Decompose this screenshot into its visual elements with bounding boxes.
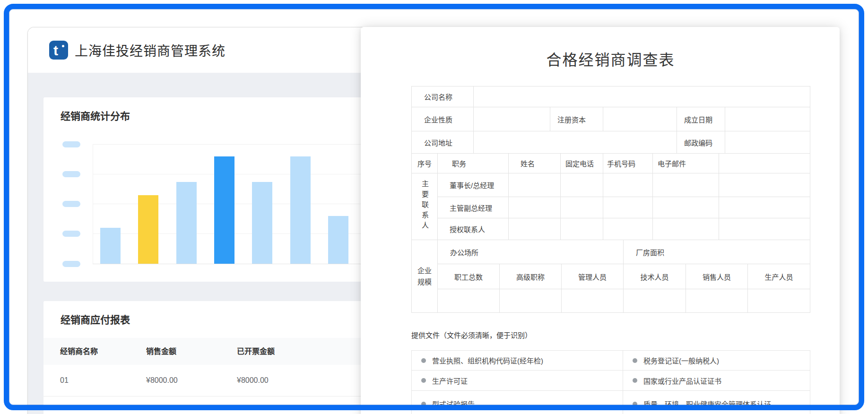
- company-info-table: 公司名称 企业性质 注册资本 成立日期 公司地址 邮政编码: [411, 86, 810, 154]
- field-staff-count: [500, 289, 562, 313]
- bar-category-6: [290, 156, 311, 264]
- bullet-icon: [421, 402, 426, 406]
- payables-title: 经销商应付报表: [61, 312, 130, 326]
- bullet-icon: [633, 402, 637, 406]
- header-landline: 固定电话: [561, 154, 603, 173]
- label-postcode: 邮政编码: [677, 131, 725, 154]
- document-item: 生产许可证: [412, 371, 623, 391]
- bar-category-1: [100, 228, 121, 264]
- field-staff-count: [438, 289, 500, 313]
- contacts-table: 序号 职务 姓名 固定电话 手机号码 电子邮件 主要联系人 董事长/总经理 主管…: [411, 153, 810, 240]
- axis-tick-pill: [62, 231, 80, 237]
- app-logo-icon: t: [49, 41, 68, 60]
- header-technical: 技术人员: [624, 264, 686, 289]
- label-company-address: 公司地址: [412, 131, 474, 154]
- field-company-address: [474, 131, 677, 154]
- field-contact-email: [653, 173, 719, 197]
- field-contact-name: [509, 173, 561, 197]
- label-plant-area: 厂房面积: [624, 240, 810, 264]
- column-header: 经销商名称: [60, 338, 98, 365]
- header-production: 生产人员: [748, 264, 810, 289]
- field-contact-blank: [719, 173, 810, 197]
- label-founded-date: 成立日期: [677, 107, 725, 131]
- field-contact-blank: [719, 218, 810, 240]
- role-authorized-contact: 授权联系人: [438, 218, 509, 240]
- field-company-nature: [474, 107, 550, 131]
- label-reg-capital: 注册资本: [550, 107, 603, 131]
- bar-category-5: [252, 182, 272, 264]
- app-title: 上海佳投经销商管理系统: [75, 41, 226, 60]
- field-founded-date: [725, 107, 810, 131]
- header-position: 职务: [438, 154, 509, 173]
- column-header: 已开票金额: [237, 338, 275, 365]
- axis-tick-pill: [62, 201, 80, 207]
- cell-dealer-name: 01: [60, 365, 69, 396]
- field-contact-email: [653, 218, 719, 240]
- bar-category-3: [176, 182, 197, 264]
- field-contact-blank: [719, 197, 810, 218]
- field-contact-email: [653, 197, 719, 218]
- bullet-icon: [633, 378, 637, 383]
- role-chairman: 董事长/总经理: [438, 173, 509, 197]
- bar-category-4: [214, 156, 234, 264]
- bullet-icon: [421, 358, 426, 363]
- cell-sales-amount: ¥8000.00: [146, 365, 178, 396]
- field-staff-count: [686, 289, 748, 313]
- field-contact-mobile: [603, 173, 653, 197]
- document-item: 质量、环境、职业健康安全管理体系认证: [623, 391, 810, 414]
- bullet-icon: [421, 378, 426, 383]
- documents-label: 提供文件（文件必须清晰，便于识别）: [411, 330, 532, 340]
- group-label-enterprise-scale: 企业规模: [412, 240, 438, 313]
- header-name: 姓名: [509, 154, 561, 173]
- bar-category-2: [138, 195, 158, 264]
- bullet-icon: [633, 358, 637, 363]
- cell-invoiced-amount: ¥8000.00: [237, 365, 269, 396]
- documents-grid: 营业执照、组织机构代码证(经年检) 税务登记证(一般纳税人) 生产许可证 国家或…: [411, 350, 810, 414]
- logo-dot: [62, 45, 64, 47]
- field-contact-landline: [561, 218, 603, 240]
- field-reg-capital: [603, 107, 677, 131]
- field-contact-landline: [561, 197, 603, 218]
- column-header: 销售金额: [146, 338, 176, 365]
- axis-tick-pill: [62, 261, 80, 267]
- y-axis-line: [93, 144, 93, 264]
- field-staff-count: [624, 289, 686, 313]
- document-item: 营业执照、组织机构代码证(经年检): [412, 351, 623, 371]
- header-sales: 销售人员: [686, 264, 748, 289]
- screenshot-root: t 上海佳投经销商管理系统 经销商统计分布 经销商应付报表 经销商名称 销售金额…: [0, 0, 868, 414]
- header-management: 管理人员: [562, 264, 624, 289]
- field-contact-landline: [561, 173, 603, 197]
- header-total-staff: 职工总数: [438, 264, 500, 289]
- label-company-nature: 企业性质: [412, 107, 474, 131]
- axis-tick-pill: [62, 171, 80, 177]
- logo-letter: t: [53, 42, 58, 60]
- field-contact-name: [509, 197, 561, 218]
- label-office-premises: 办公场所: [438, 240, 624, 264]
- survey-panel: 合格经销商调查表 公司名称 企业性质 注册资本 成立日期 公司地: [361, 27, 840, 414]
- document-item: 税务登记证(一般纳税人): [623, 351, 810, 371]
- axis-tick-pill: [62, 141, 80, 147]
- group-label-main-contacts: 主要联系人: [412, 173, 438, 240]
- header-blank: [719, 154, 810, 173]
- header-email: 电子邮件: [653, 154, 719, 173]
- document-item: 国家或行业产品认证证书: [623, 371, 810, 391]
- header-mobile: 手机号码: [603, 154, 653, 173]
- document-item: 型式试验报告: [412, 391, 623, 414]
- field-staff-count: [748, 289, 810, 313]
- field-staff-count: [562, 289, 624, 313]
- bar-category-7: [328, 216, 348, 264]
- field-contact-mobile: [603, 197, 653, 218]
- enterprise-scale-table: 企业规模 办公场所 厂房面积 职工总数 高级职称 管理人员 技术人员 销售人员 …: [411, 240, 810, 313]
- header-seq: 序号: [412, 154, 438, 173]
- survey-form: 公司名称 企业性质 注册资本 成立日期 公司地址 邮政编码: [411, 86, 810, 313]
- label-company-name: 公司名称: [412, 86, 474, 107]
- field-postcode: [725, 131, 810, 154]
- field-contact-name: [509, 218, 561, 240]
- field-company-name: [474, 86, 810, 107]
- header-senior-titles: 高级职称: [500, 264, 562, 289]
- field-contact-mobile: [603, 218, 653, 240]
- survey-title: 合格经销商调查表: [411, 48, 810, 69]
- role-deputy-gm: 主管副总经理: [438, 197, 509, 218]
